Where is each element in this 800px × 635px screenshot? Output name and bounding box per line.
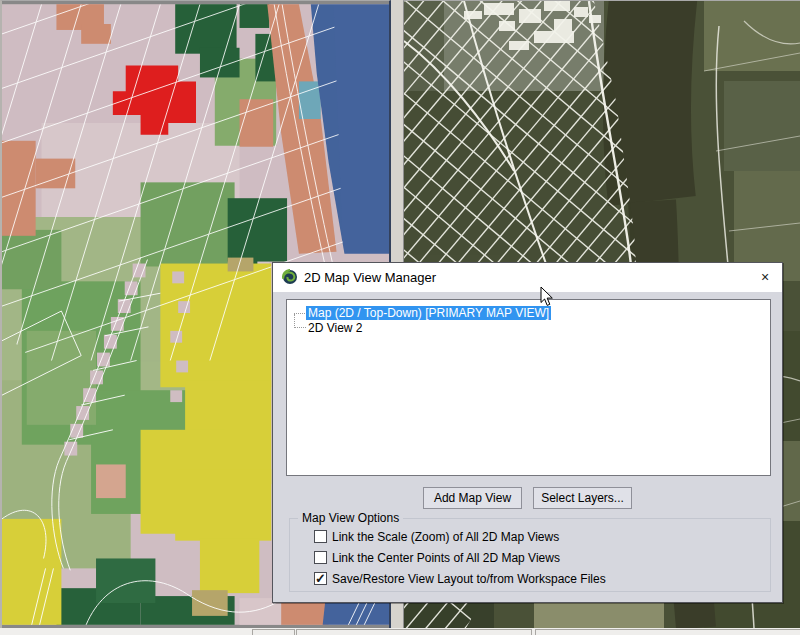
checkbox-label: Save/Restore View Layout to/from Workspa… — [332, 572, 606, 586]
tree-connector — [294, 314, 306, 328]
group-label: Map View Options — [298, 511, 403, 525]
map-view-manager-dialog: 2D Map View Manager × Map (2D / Top-Down… — [272, 262, 783, 603]
tree-connector — [294, 307, 305, 314]
list-item-label: Map (2D / Top-Down) [PRIMARY MAP VIEW] — [306, 306, 551, 320]
add-map-view-button[interactable]: Add Map View — [423, 487, 522, 509]
checkbox-box[interactable]: ✓ — [314, 572, 327, 585]
checkbox-label: Link the Scale (Zoom) of All 2D Map View… — [332, 530, 559, 544]
select-layers-button[interactable]: Select Layers... — [533, 487, 632, 509]
checkbox-box[interactable]: ✓ — [314, 551, 327, 564]
list-item-label: 2D View 2 — [306, 321, 364, 335]
checkbox-label: Link the Center Points of All 2D Map Vie… — [332, 551, 560, 565]
dialog-titlebar[interactable]: 2D Map View Manager × — [273, 263, 782, 292]
close-icon[interactable]: × — [748, 263, 782, 292]
list-item-2d-view-2[interactable]: 2D View 2 — [306, 321, 364, 335]
status-cell-message — [296, 629, 532, 635]
map-view-options-group: Map View Options ✓ Link the Scale (Zoom)… — [289, 518, 771, 592]
list-item-primary-map-view[interactable]: Map (2D / Top-Down) [PRIMARY MAP VIEW] — [306, 306, 551, 320]
globe-swirl-icon — [282, 269, 298, 285]
application-window: 2D Map View Manager × Map (2D / Top-Down… — [0, 0, 800, 635]
map-view-list[interactable]: Map (2D / Top-Down) [PRIMARY MAP VIEW] 2… — [286, 299, 771, 476]
checkbox-box[interactable]: ✓ — [314, 530, 327, 543]
check-icon: ✓ — [315, 571, 326, 586]
status-bar — [0, 628, 800, 635]
dialog-title: 2D Map View Manager — [304, 270, 436, 285]
status-cell-small — [252, 629, 295, 635]
status-cell-coords — [535, 629, 800, 635]
